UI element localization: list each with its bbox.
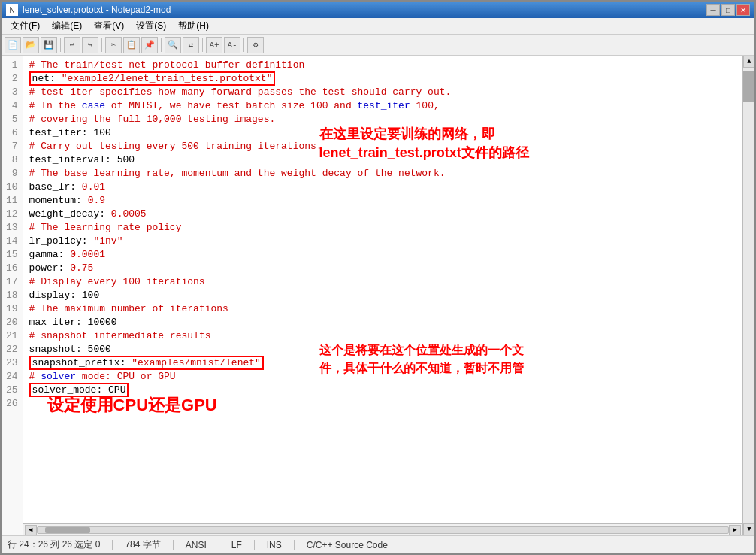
horizontal-scrollbar-thumb[interactable] bbox=[45, 527, 90, 533]
code-line-3: # test_iter specifies how many forward p… bbox=[29, 86, 736, 99]
code-editor[interactable]: # The train/test net protocol buffer def… bbox=[23, 56, 742, 523]
menu-settings[interactable]: 设置(S) bbox=[130, 18, 172, 34]
toolbar-sep-2 bbox=[101, 38, 102, 52]
menu-view[interactable]: 查看(V) bbox=[88, 18, 130, 34]
close-button[interactable]: ✕ bbox=[736, 4, 750, 16]
code-line-4: # In the case of MNIST, we have test bat… bbox=[29, 99, 736, 113]
code-line-23: snapshot_prefix: "examples/mnist/lenet" bbox=[29, 356, 736, 370]
code-line-19: # The maximum number of iterations bbox=[29, 302, 736, 316]
window-title: lenet_solver.prototxt - Notepad2-mod bbox=[23, 5, 171, 15]
horizontal-scrollbar-track[interactable] bbox=[37, 526, 729, 534]
toolbar-sep-4 bbox=[202, 38, 203, 52]
file-type: C/C++ Source Code bbox=[307, 540, 388, 550]
scroll-left-button[interactable]: ◀ bbox=[25, 525, 37, 535]
code-line-22: snapshot: 5000 bbox=[29, 343, 736, 356]
menu-edit[interactable]: 编辑(E) bbox=[46, 18, 88, 34]
minimize-button[interactable]: ─ bbox=[706, 4, 720, 16]
status-bar: 行 24：26 列 26 选定 0 784 字节 ANSI LF INS C/C… bbox=[2, 535, 754, 553]
insert-mode: INS bbox=[267, 540, 282, 550]
code-line-10: base_lr: 0.01 bbox=[29, 180, 736, 194]
code-line-20: max_iter: 10000 bbox=[29, 316, 736, 329]
toolbar-sep-1 bbox=[60, 38, 61, 52]
code-line-9: # The base learning rate, momentum and t… bbox=[29, 167, 736, 180]
line-ending: LF bbox=[231, 540, 242, 550]
code-line-1: # The train/test net protocol buffer def… bbox=[29, 59, 736, 72]
main-window: N lenet_solver.prototxt - Notepad2-mod ─… bbox=[0, 0, 756, 555]
editor-area: 12345 678910 1112131415 1617181920 21222… bbox=[2, 56, 754, 535]
scroll-up-button[interactable]: ▲ bbox=[743, 56, 754, 68]
undo-button[interactable]: ↩ bbox=[64, 37, 80, 53]
settings-button[interactable]: ⚙ bbox=[247, 37, 264, 53]
horizontal-scrollbar[interactable]: ◀ ▶ bbox=[23, 523, 742, 535]
toolbar-sep-3 bbox=[161, 38, 162, 52]
menu-bar: 文件(F) 编辑(E) 查看(V) 设置(S) 帮助(H) bbox=[2, 18, 754, 35]
code-line-6: test_iter: 100 bbox=[29, 126, 736, 140]
scroll-down-button[interactable]: ▼ bbox=[743, 523, 754, 535]
code-line-5: # covering the full 10,000 testing image… bbox=[29, 113, 736, 126]
redo-button[interactable]: ↪ bbox=[82, 37, 98, 53]
code-scroll-area: # The train/test net protocol buffer def… bbox=[23, 56, 742, 535]
copy-button[interactable]: 📋 bbox=[123, 37, 140, 53]
scroll-right-button[interactable]: ▶ bbox=[729, 525, 741, 535]
open-button[interactable]: 📂 bbox=[23, 37, 39, 53]
toolbar: 📄 📂 💾 ↩ ↪ ✂ 📋 📌 🔍 ⇄ A+ A- ⚙ bbox=[2, 35, 754, 56]
code-line-11: momentum: 0.9 bbox=[29, 194, 736, 208]
maximize-button[interactable]: □ bbox=[721, 4, 735, 16]
vertical-scrollbar-track[interactable] bbox=[743, 68, 754, 523]
cut-button[interactable]: ✂ bbox=[105, 37, 122, 53]
code-line-13: # The learning rate policy bbox=[29, 221, 736, 235]
code-line-15: gamma: 0.0001 bbox=[29, 248, 736, 262]
code-line-21: # snapshot intermediate results bbox=[29, 329, 736, 343]
app-icon: N bbox=[6, 4, 18, 16]
file-size: 784 字节 bbox=[125, 538, 160, 551]
code-line-8: test_interval: 500 bbox=[29, 153, 736, 167]
menu-help[interactable]: 帮助(H) bbox=[172, 18, 215, 34]
code-line-18: display: 100 bbox=[29, 289, 736, 302]
code-line-17: # Display every 100 iterations bbox=[29, 275, 736, 289]
code-line-14: lr_policy: "inv" bbox=[29, 235, 736, 248]
find-button[interactable]: 🔍 bbox=[165, 37, 181, 53]
title-bar: N lenet_solver.prototxt - Notepad2-mod ─… bbox=[2, 2, 754, 18]
paste-button[interactable]: 📌 bbox=[141, 37, 158, 53]
new-button[interactable]: 📄 bbox=[5, 37, 21, 53]
line-numbers: 12345 678910 1112131415 1617181920 21222… bbox=[2, 56, 23, 535]
code-line-25: solver_mode: CPU bbox=[29, 384, 736, 397]
code-line-16: power: 0.75 bbox=[29, 262, 736, 275]
window-controls: ─ □ ✕ bbox=[706, 4, 750, 16]
cursor-position: 行 24：26 列 26 选定 0 bbox=[8, 538, 100, 551]
code-line-26 bbox=[29, 397, 736, 411]
code-line-24: # solver mode: CPU or GPU bbox=[29, 370, 736, 384]
zoom-out-button[interactable]: A- bbox=[224, 37, 240, 53]
zoom-in-button[interactable]: A+ bbox=[206, 37, 222, 53]
encoding: ANSI bbox=[186, 540, 207, 550]
code-line-12: weight_decay: 0.0005 bbox=[29, 208, 736, 221]
replace-button[interactable]: ⇄ bbox=[183, 37, 199, 53]
menu-file[interactable]: 文件(F) bbox=[5, 18, 46, 34]
code-line-7: # Carry out testing every 500 training i… bbox=[29, 140, 736, 153]
vertical-scrollbar[interactable]: ▲ ▼ bbox=[742, 56, 754, 535]
vertical-scrollbar-thumb[interactable] bbox=[743, 71, 754, 102]
toolbar-sep-5 bbox=[243, 38, 244, 52]
save-button[interactable]: 💾 bbox=[41, 37, 57, 53]
code-line-2: net: "example2/lenet_train_test.prototxt… bbox=[29, 72, 736, 86]
